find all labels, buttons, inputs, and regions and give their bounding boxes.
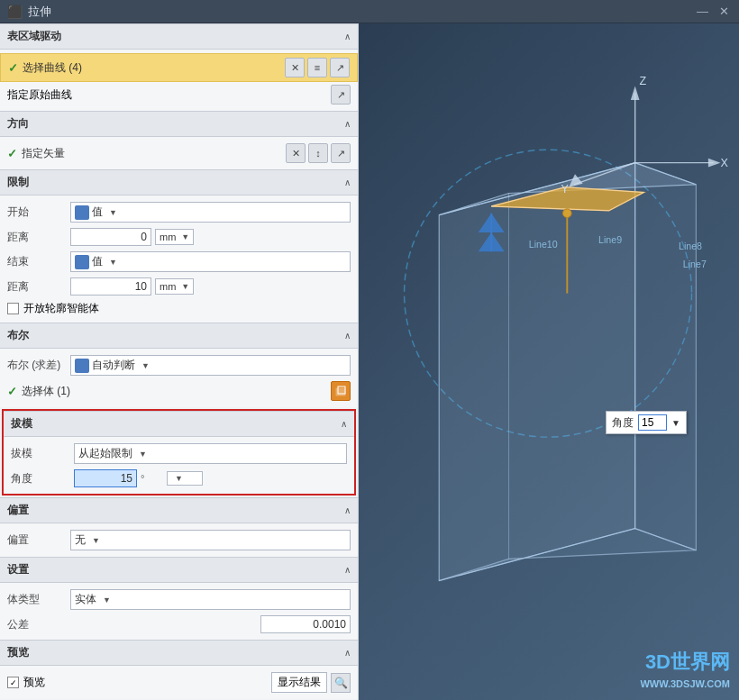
body-type-arrow: ▼ [103, 595, 111, 605]
end-select-text: 值 [92, 254, 103, 269]
minimize-btn[interactable]: — [694, 5, 711, 18]
section-settings-header[interactable]: 设置 ∧ [0, 557, 358, 583]
specify-original-curve-row: 指定原始曲线 ↗ [0, 82, 358, 107]
section-surface-drive-body: ✓ 选择曲线 (4) ✕ ≡ ↗ 指定原始曲线 ↗ [0, 50, 358, 111]
bool-select-body-checkmark: ✓ [7, 385, 17, 398]
body-type-content: 实体 ▼ [70, 589, 351, 610]
section-settings-body: 体类型 实体 ▼ 公差 [0, 583, 358, 640]
tolerance-content [70, 615, 351, 633]
angle-badge-input[interactable] [638, 414, 667, 431]
preview-label: 预览 [23, 675, 45, 690]
end-mm-select[interactable]: mm ▼ [155, 278, 194, 295]
section-limits-header[interactable]: 限制 ∧ [0, 169, 358, 195]
end-content: 值 ▼ [70, 251, 351, 272]
title-bar-controls: — ✕ [694, 5, 732, 18]
preview-result-select[interactable]: 显示结果 [271, 672, 327, 693]
body-type-select[interactable]: 实体 ▼ [70, 589, 351, 610]
start-mm-arrow: ▼ [181, 232, 189, 241]
specify-vector-text: 指定矢量 [22, 146, 65, 161]
section-bool-chevron: ∧ [344, 331, 351, 341]
section-preview-header[interactable]: 预览 ∧ [0, 640, 358, 666]
angle-badge-dropdown[interactable]: ▼ [671, 418, 680, 428]
draft-angle-select[interactable]: ▼ [167, 471, 203, 486]
preview-search-btn[interactable]: 🔍 [331, 673, 351, 693]
end-select[interactable]: 值 ▼ [70, 251, 351, 272]
start-distance-row: 距离 mm ▼ [0, 225, 358, 249]
offset-type-label: 偏置 [7, 532, 70, 548]
svg-text:Line8: Line8 [679, 241, 702, 251]
close-btn[interactable]: ✕ [716, 5, 732, 18]
start-select[interactable]: 值 ▼ [70, 202, 351, 223]
offset-type-arrow: ▼ [92, 536, 100, 545]
selected-curve-label: ✓ 选择曲线 (4) [8, 60, 82, 76]
preview-checkbox[interactable]: ✓ [7, 677, 19, 688]
curve-icon-list[interactable]: ≡ [307, 58, 327, 77]
offset-type-select[interactable]: 无 ▼ [70, 530, 351, 550]
selected-curve-row: ✓ 选择曲线 (4) ✕ ≡ ↗ [0, 53, 358, 82]
draft-angle-label: 角度 [11, 471, 74, 486]
draft-type-content: 从起始限制 ▼ [74, 443, 347, 464]
start-select-text: 值 [92, 205, 103, 220]
end-dropdown-arrow: ▼ [109, 258, 117, 267]
curve-icon-group: ✕ ≡ ↗ [285, 58, 350, 77]
vector-icon-1[interactable]: ✕ [286, 143, 306, 163]
start-distance-content: mm ▼ [70, 228, 351, 246]
section-offset-header[interactable]: 偏置 ∧ [0, 497, 358, 523]
bool-diff-select[interactable]: 自动判断 ▼ [70, 355, 351, 376]
section-surface-drive: 表区域驱动 ∧ ✓ 选择曲线 (4) ✕ ≡ ↗ [0, 23, 358, 111]
section-limits-chevron: ∧ [344, 177, 351, 187]
svg-text:Y: Y [561, 183, 570, 195]
body-icon[interactable] [331, 381, 351, 401]
svg-marker-4 [635, 163, 697, 550]
bool-select-body-label: ✓ 选择体 (1) [7, 384, 70, 399]
angle-badge: 角度 ▼ [606, 411, 687, 434]
section-direction: 方向 ∧ ✓ 指定矢量 ✕ ↕ ↗ [0, 111, 358, 169]
end-distance-row: 距离 mm ▼ [0, 275, 358, 298]
preview-checkbox-row: ✓ 预览 [7, 675, 45, 690]
section-surface-drive-header[interactable]: 表区域驱动 ∧ [0, 23, 358, 50]
watermark-brand: 3D世界网 [640, 647, 730, 677]
section-direction-header[interactable]: 方向 ∧ [0, 111, 358, 137]
vector-icon-2[interactable]: ↕ [308, 143, 328, 163]
bool-diff-row: 布尔 (求差) 自动判断 ▼ [0, 352, 358, 378]
tolerance-input[interactable] [260, 615, 351, 633]
section-bool-title: 布尔 [7, 328, 29, 343]
tolerance-row: 公差 [0, 613, 358, 636]
start-dropdown-arrow: ▼ [109, 208, 117, 217]
start-label: 开始 [7, 205, 70, 220]
start-mm-select[interactable]: mm ▼ [155, 229, 194, 245]
section-offset-title: 偏置 [7, 503, 29, 518]
end-distance-label: 距离 [7, 279, 70, 295]
specify-original-curve-icon[interactable]: ↗ [331, 85, 351, 105]
start-distance-input[interactable] [70, 228, 151, 246]
draft-angle-input[interactable] [74, 469, 137, 487]
section-preview-chevron: ∧ [344, 648, 351, 658]
svg-text:Line7: Line7 [683, 259, 707, 269]
bool-diff-label: 布尔 (求差) [7, 358, 70, 373]
offset-type-row: 偏置 无 ▼ [0, 527, 358, 553]
open-contour-checkbox[interactable] [7, 303, 19, 314]
bool-select-body-row: ✓ 选择体 (1) [0, 378, 358, 404]
viewport: Z X Y Line10 Line9 Line8 Line7 角度 ▼ 3D世界… [359, 23, 739, 700]
curve-icon-remove[interactable]: ✕ [285, 58, 305, 77]
bool-select-body-text: 选择体 (1) [22, 384, 70, 399]
draft-angle-content: ° ▼ [74, 469, 347, 487]
watermark: 3D世界网 WWW.3DSJW.COM [640, 647, 730, 692]
main-container: 表区域驱动 ∧ ✓ 选择曲线 (4) ✕ ≡ ↗ [0, 23, 739, 700]
section-settings-title: 设置 [7, 562, 29, 577]
section-preview-title: 预览 [7, 645, 29, 660]
vector-icon-3[interactable]: ↗ [331, 143, 351, 163]
svg-point-13 [562, 209, 571, 218]
end-distance-input[interactable] [70, 277, 151, 295]
section-draft-header[interactable]: 拔模 ∧ [4, 411, 354, 437]
svg-text:X: X [720, 157, 728, 169]
offset-type-text: 无 [75, 532, 86, 548]
curve-icon-arrow[interactable]: ↗ [330, 58, 350, 77]
start-row: 开始 值 ▼ [0, 199, 358, 225]
svg-marker-3 [439, 163, 634, 581]
section-bool-header[interactable]: 布尔 ∧ [0, 323, 358, 349]
section-direction-title: 方向 [7, 116, 29, 132]
svg-text:Line9: Line9 [598, 234, 622, 245]
draft-type-select[interactable]: 从起始限制 ▼ [74, 443, 347, 464]
section-bool: 布尔 ∧ 布尔 (求差) 自动判断 ▼ ✓ [0, 323, 358, 407]
